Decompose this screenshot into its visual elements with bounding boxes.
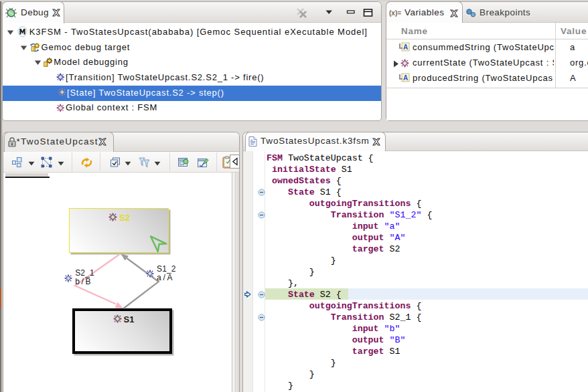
svg-text:A: A [403,43,408,51]
svg-text:A: A [403,74,408,82]
